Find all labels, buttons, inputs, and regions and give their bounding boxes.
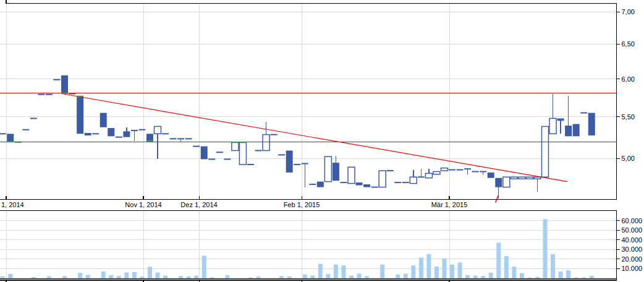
candle xyxy=(464,168,471,174)
volume-bar xyxy=(62,276,67,278)
volume-bar xyxy=(543,219,548,278)
candle xyxy=(480,171,486,175)
volume-tick-label: 30.000 xyxy=(622,246,643,253)
candle xyxy=(387,170,394,171)
candle-body-hollow xyxy=(511,177,517,179)
candle-doji-dash xyxy=(271,134,278,135)
candle xyxy=(271,134,278,135)
candle-body-hollow xyxy=(519,177,525,179)
gridlines xyxy=(0,4,617,280)
open-tick-green xyxy=(239,142,246,143)
candle-body-filled xyxy=(588,113,595,135)
candle xyxy=(92,133,99,134)
candle xyxy=(61,75,68,94)
volume-bar xyxy=(86,275,90,278)
candle xyxy=(534,177,541,192)
candle xyxy=(263,122,269,151)
candle-body-hollow xyxy=(542,126,549,177)
trend-lines xyxy=(0,93,617,202)
candle-doji-dash xyxy=(278,154,285,155)
candle-doji-dash xyxy=(340,182,347,183)
candle xyxy=(356,182,363,185)
candle-body-hollow xyxy=(441,168,447,171)
candle-doji-dash xyxy=(177,138,184,139)
volume-bar xyxy=(396,275,400,278)
volume-bar xyxy=(590,276,594,278)
candle-doji-dash xyxy=(309,184,316,185)
candle xyxy=(526,177,533,179)
candle-doji-dash xyxy=(208,158,215,160)
candle-body-hollow xyxy=(526,177,533,179)
volume-bar xyxy=(310,276,315,278)
price-tick-label: 6,00 xyxy=(622,75,635,83)
candle-doji-dash xyxy=(22,129,29,130)
candle xyxy=(38,94,44,95)
candle-doji-dash xyxy=(193,146,200,147)
candlestick-volume-chart: 7,006,506,005,505,0060.00050.00040.00030… xyxy=(0,0,644,282)
volume-bar xyxy=(458,262,462,278)
candle-body-filled xyxy=(85,133,91,135)
candle-doji-dash xyxy=(457,169,464,171)
candle xyxy=(402,182,409,183)
candle-body-filled xyxy=(495,178,502,187)
candle-doji-dash xyxy=(92,133,99,134)
volume-tick-label: 40.000 xyxy=(622,236,643,244)
candle xyxy=(580,113,587,114)
candle xyxy=(394,182,401,183)
candle-body-hollow xyxy=(433,171,440,174)
volume-bar xyxy=(279,276,284,278)
price-tick-label: 5,00 xyxy=(622,155,635,162)
volume-bar xyxy=(326,274,330,278)
candle-doji-dash xyxy=(371,187,378,188)
candle xyxy=(123,127,130,137)
volume-bar xyxy=(8,274,12,278)
candle xyxy=(131,130,138,141)
candle xyxy=(340,182,347,183)
candle-doji-dash xyxy=(138,129,145,130)
volume-bar xyxy=(489,273,493,278)
candle-body-filled xyxy=(488,173,494,178)
candle-doji-dash xyxy=(449,169,455,171)
volume-bar xyxy=(419,258,423,278)
volume-bar xyxy=(380,265,384,278)
candle-doji-dash xyxy=(418,176,425,177)
candle-body-hollow xyxy=(549,118,556,134)
candle-body-filled xyxy=(108,128,114,136)
candle-body-hollow xyxy=(410,177,417,183)
candle-body-hollow xyxy=(348,167,355,183)
volume-tick-label: 60.000 xyxy=(622,217,643,224)
candle-body-filled xyxy=(100,113,107,127)
candle-doji-dash xyxy=(185,138,192,139)
volume-bar xyxy=(481,276,485,278)
candle xyxy=(177,138,184,142)
volume-bar xyxy=(404,274,408,278)
volume-bar xyxy=(179,276,183,278)
candle xyxy=(255,150,262,151)
candle xyxy=(441,168,447,171)
candle xyxy=(511,177,517,179)
volume-bar xyxy=(473,276,478,278)
volume-bar xyxy=(117,276,121,278)
candle-doji-dash xyxy=(480,171,486,172)
volume-bar xyxy=(101,271,106,278)
candle-doji-dash xyxy=(224,158,231,160)
volume-bar xyxy=(124,273,129,278)
candle xyxy=(565,96,572,136)
volume-bar xyxy=(504,256,509,278)
candle-body-filled xyxy=(317,182,324,187)
open-tick-green xyxy=(232,142,239,143)
candle-doji-dash xyxy=(170,138,177,139)
candle xyxy=(247,164,254,165)
volume-bar xyxy=(566,270,570,278)
candle xyxy=(472,171,479,172)
candle xyxy=(85,133,91,135)
candle xyxy=(317,182,324,187)
candle xyxy=(309,184,316,185)
volume-bar xyxy=(450,265,454,278)
candle xyxy=(449,169,455,171)
candle xyxy=(22,129,29,130)
candle xyxy=(170,138,177,139)
date-label: Dez 1, 2014 xyxy=(180,201,217,208)
date-label: 1, 2014 xyxy=(1,201,24,208)
candle xyxy=(425,169,432,178)
